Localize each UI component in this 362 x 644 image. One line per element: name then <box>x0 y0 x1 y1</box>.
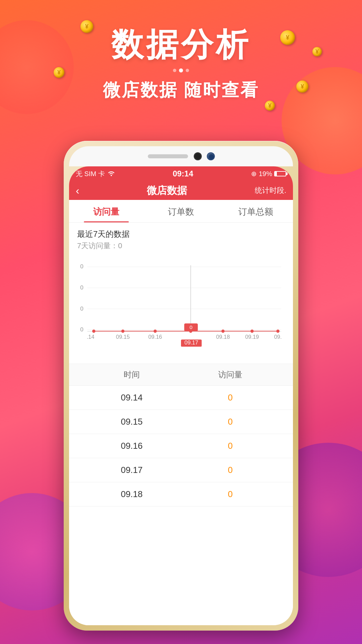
coin-decoration-6 <box>265 101 275 111</box>
chart-subtitle: 7天访问量：0 <box>77 241 285 251</box>
svg-point-12 <box>154 329 157 333</box>
hero-dots <box>0 68 362 72</box>
phone-mockup: 无 SIM 卡 09:14 ⊕ 19% <box>64 141 298 631</box>
tab-order-total[interactable]: 订单总额 <box>218 200 293 222</box>
status-right: ⊕ 19% <box>251 170 286 178</box>
hero-title: 数据分析 <box>0 27 362 62</box>
battery-fill <box>275 172 277 176</box>
svg-text:09.: 09. <box>274 334 282 340</box>
svg-text:.14: .14 <box>87 334 95 340</box>
svg-text:0: 0 <box>80 284 83 291</box>
col-header-visits: 访问量 <box>181 369 280 380</box>
svg-point-14 <box>221 329 225 333</box>
tab-bar: 访问量 订单数 订单总额 <box>69 200 293 223</box>
data-table: 时间 访问量 09.14 0 09.15 0 09.16 0 <box>69 364 293 506</box>
phone-outer-frame: 无 SIM 卡 09:14 ⊕ 19% <box>64 141 298 631</box>
battery-pct: 19% <box>259 170 272 178</box>
svg-text:0: 0 <box>190 324 193 330</box>
svg-point-15 <box>250 329 254 333</box>
table-header-row: 时间 访问量 <box>69 364 293 386</box>
tab-orders[interactable]: 订单数 <box>144 200 219 222</box>
cell-value-3: 0 <box>181 441 280 451</box>
cell-date-2: 09.15 <box>82 417 181 427</box>
cell-value-2: 0 <box>181 417 280 427</box>
svg-point-11 <box>121 329 125 333</box>
chart-header: 最近7天的数据 7天访问量：0 <box>69 223 293 254</box>
svg-text:09.19: 09.19 <box>245 334 259 340</box>
status-bar: 无 SIM 卡 09:14 ⊕ 19% <box>69 166 293 181</box>
hero-dot-2 <box>179 68 183 72</box>
status-left: 无 SIM 卡 <box>76 169 115 178</box>
tab-visits[interactable]: 访问量 <box>69 200 144 222</box>
back-button[interactable]: ‹ <box>76 184 79 197</box>
no-sim-label: 无 SIM 卡 <box>76 169 105 178</box>
hero-subtitle: 微店数据 随时查看 <box>0 78 362 102</box>
status-time: 09:14 <box>173 169 193 178</box>
speaker-grille <box>148 154 188 158</box>
svg-text:09.15: 09.15 <box>116 334 130 340</box>
front-camera <box>195 153 201 159</box>
phone-screen: 无 SIM 卡 09:14 ⊕ 19% <box>69 166 293 625</box>
gps-icon: ⊕ <box>251 170 257 178</box>
svg-text:0: 0 <box>80 326 83 333</box>
svg-text:09.16: 09.16 <box>148 334 162 340</box>
hero-dot-1 <box>173 69 176 72</box>
svg-point-16 <box>276 329 280 333</box>
chart-title: 最近7天的数据 <box>77 229 285 239</box>
cell-value-1: 0 <box>181 392 280 403</box>
cell-date-1: 09.14 <box>82 392 181 403</box>
svg-text:09.18: 09.18 <box>216 334 230 340</box>
table-row: 09.18 0 <box>69 482 293 506</box>
page-title: 微店数据 <box>147 184 187 198</box>
cell-date-3: 09.16 <box>82 441 181 451</box>
svg-point-10 <box>92 329 96 333</box>
table-row: 09.14 0 <box>69 386 293 410</box>
svg-text:0: 0 <box>80 305 83 312</box>
nav-action[interactable]: 统计时段. <box>255 185 286 196</box>
cell-value-5: 0 <box>181 489 280 499</box>
line-chart: 0 0 0 0 <box>74 254 288 361</box>
cell-date-4: 09.17 <box>82 465 181 475</box>
table-row: 09.16 0 <box>69 434 293 458</box>
hero-section: 数据分析 微店数据 随时查看 <box>0 27 362 102</box>
phone-top-bar <box>69 146 293 166</box>
wifi-icon <box>108 170 115 178</box>
svg-text:09.17: 09.17 <box>184 339 198 345</box>
col-header-date: 时间 <box>82 369 181 380</box>
hero-dot-3 <box>186 69 189 72</box>
nav-bar: ‹ 微店数据 统计时段. <box>69 181 293 200</box>
chart-area: 0 0 0 0 <box>69 254 293 361</box>
front-camera-2 <box>207 153 214 160</box>
table-row: 09.17 0 <box>69 458 293 482</box>
cell-date-5: 09.18 <box>82 489 181 499</box>
svg-text:0: 0 <box>80 263 83 270</box>
content-area: 最近7天的数据 7天访问量：0 0 0 0 0 <box>69 223 293 625</box>
battery-icon <box>274 171 286 176</box>
table-row: 09.15 0 <box>69 410 293 434</box>
cell-value-4: 0 <box>181 465 280 475</box>
